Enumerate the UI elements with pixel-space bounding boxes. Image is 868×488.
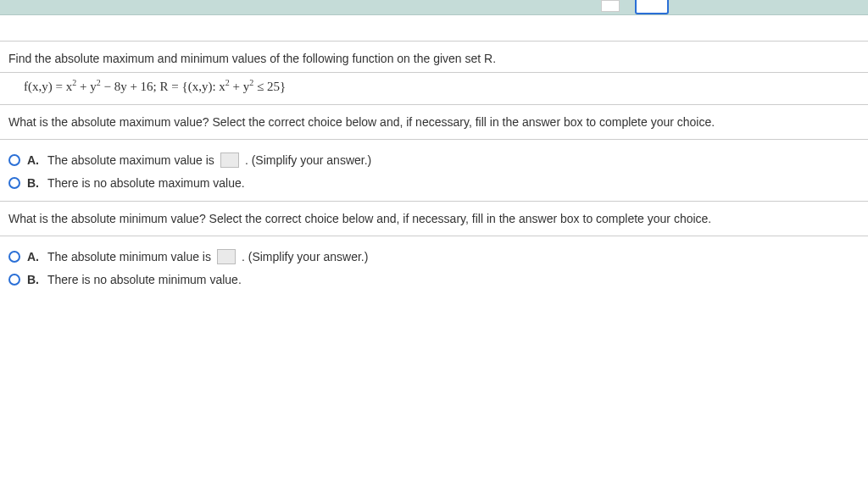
eq-part: + y <box>76 80 96 93</box>
q2-choice-b[interactable]: B. There is no absolute minimum value. <box>8 269 860 291</box>
radio-icon[interactable] <box>8 154 20 166</box>
question-intro: Find the absolute maximum and minimum va… <box>0 41 868 73</box>
choice-label-b: B. <box>27 273 41 286</box>
toolbar-button[interactable] <box>635 0 669 14</box>
q1-a-pre: The absolute maximum value is <box>47 153 214 167</box>
toolbar-controls <box>601 0 669 14</box>
answer-input[interactable] <box>220 152 239 168</box>
radio-icon[interactable] <box>8 251 20 263</box>
eq-part: − 8y + 16; R = {(x,y): x <box>101 80 225 93</box>
equation: f(x,y) = x2 + y2 − 8y + 16; R = {(x,y): … <box>0 73 868 105</box>
q2-a-post: . (Simplify your answer.) <box>242 250 368 263</box>
q1-prompt-text: What is the absolute maximum value? Sele… <box>8 115 715 129</box>
q1-b-text: There is no absolute maximum value. <box>47 176 245 190</box>
q1-choices: A. The absolute maximum value is . (Simp… <box>0 140 868 202</box>
question-content: Find the absolute maximum and minimum va… <box>0 41 868 297</box>
choice-label-b: B. <box>27 176 41 190</box>
q1-choice-a[interactable]: A. The absolute maximum value is . (Simp… <box>8 148 860 172</box>
q1-prompt: What is the absolute maximum value? Sele… <box>0 105 868 140</box>
q2-a-pre: The absolute minimum value is <box>47 250 211 263</box>
q2-prompt-text: What is the absolute minimum value? Sele… <box>8 212 711 225</box>
q2-a-text: The absolute minimum value is . (Simplif… <box>47 249 368 264</box>
radio-icon[interactable] <box>8 177 20 189</box>
q2-b-text: There is no absolute minimum value. <box>47 273 242 286</box>
q2-choices: A. The absolute minimum value is . (Simp… <box>0 236 868 297</box>
choice-label-a: A. <box>27 250 41 263</box>
q2-choice-a[interactable]: A. The absolute minimum value is . (Simp… <box>8 245 860 269</box>
eq-part: + y <box>230 80 249 93</box>
intro-text: Find the absolute maximum and minimum va… <box>8 52 496 65</box>
q1-a-post: . (Simplify your answer.) <box>245 153 371 167</box>
eq-part: ≤ 25} <box>253 80 286 93</box>
eq-part: f(x,y) = x <box>24 80 72 93</box>
toolbar-field[interactable] <box>601 0 620 12</box>
answer-input[interactable] <box>217 249 236 264</box>
q1-choice-b[interactable]: B. There is no absolute maximum value. <box>8 172 860 194</box>
choice-label-a: A. <box>27 153 41 167</box>
top-toolbar <box>0 0 868 15</box>
q2-prompt: What is the absolute minimum value? Sele… <box>0 202 868 236</box>
q1-a-text: The absolute maximum value is . (Simplif… <box>47 152 371 168</box>
radio-icon[interactable] <box>8 274 20 286</box>
